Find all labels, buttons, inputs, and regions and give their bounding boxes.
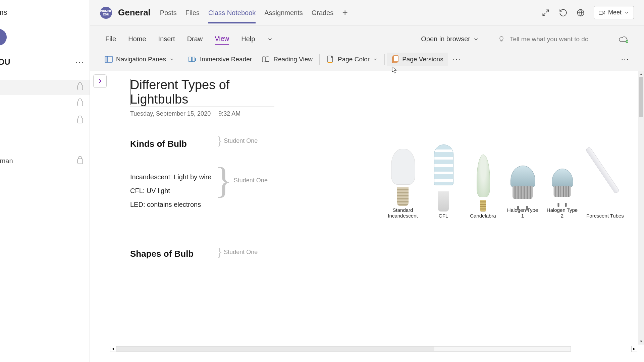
- menu-help[interactable]: Help: [241, 34, 255, 44]
- channel-item[interactable]: an: [0, 95, 90, 112]
- chevron-right-icon: [97, 78, 103, 84]
- immersive-reader-button[interactable]: Immersive Reader: [183, 53, 257, 66]
- channel-label: Woman: [0, 157, 13, 165]
- channel-header: INKMOE EDU General Posts Files Class Not…: [90, 0, 644, 25]
- vertical-scrollbar[interactable]: ▲ ▼: [638, 71, 644, 345]
- channel-list: an n Woman: [0, 80, 90, 170]
- reading-view-button[interactable]: Reading View: [257, 53, 317, 66]
- menu-draw[interactable]: Draw: [187, 34, 203, 44]
- bulb-label: Forescent Tubes: [586, 213, 624, 219]
- add-tab-button[interactable]: +: [342, 10, 347, 15]
- team-icon[interactable]: INKMOE EDU: [100, 7, 112, 19]
- bulb-image: [585, 144, 625, 212]
- page-versions-icon: [391, 55, 399, 63]
- brace-icon: }: [215, 168, 232, 193]
- brace-icon: }: [217, 137, 222, 145]
- tab-grades[interactable]: Grades: [312, 2, 334, 23]
- scroll-up-button[interactable]: ▲: [638, 71, 644, 77]
- tab-posts[interactable]: Posts: [160, 2, 177, 23]
- svg-rect-7: [393, 56, 398, 62]
- meet-label: Meet: [608, 9, 622, 16]
- page-time: 9:32 AM: [218, 110, 240, 117]
- bulb-item-candelabra: Candelabra: [466, 144, 500, 219]
- text-cursor: [130, 79, 130, 105]
- bulb-gallery: Standard Incandescent CFL Candelabra: [385, 139, 625, 219]
- tell-me-input[interactable]: [510, 36, 597, 43]
- main-area: INKMOE EDU General Posts Files Class Not…: [90, 0, 644, 362]
- show-navigation-button[interactable]: [93, 74, 107, 88]
- navigation-panes-icon: [105, 56, 113, 63]
- navigation-panes-label: Navigation Panes: [116, 56, 166, 63]
- scroll-right-button[interactable]: ►: [631, 346, 637, 352]
- page-body[interactable]: Different Types of Lightbulbs Tuesday, S…: [90, 71, 644, 362]
- channel-tabs: Posts Files Class Notebook Assignments G…: [160, 2, 348, 23]
- meet-button[interactable]: Meet: [594, 6, 634, 19]
- lock-icon: [77, 118, 83, 123]
- ribbon-overflow-icon[interactable]: ···: [616, 55, 634, 64]
- page-color-icon: [326, 55, 334, 63]
- chevron-down-icon: [169, 57, 174, 62]
- team-avatar[interactable]: [0, 29, 7, 46]
- author-name: Student One: [234, 177, 268, 184]
- team-more-icon[interactable]: ···: [75, 57, 84, 67]
- bulb-item-halogen1: Halogen Type 1: [506, 162, 539, 219]
- expand-icon[interactable]: [541, 8, 550, 17]
- scroll-down-button[interactable]: ▼: [638, 339, 644, 345]
- tab-class-notebook[interactable]: Class Notebook: [208, 2, 256, 23]
- svg-rect-1: [599, 11, 603, 14]
- reading-view-label: Reading View: [273, 56, 313, 63]
- page-meta: Tuesday, September 15, 2020 9:32 AM: [130, 110, 644, 117]
- bulb-image: [388, 139, 418, 206]
- app-name-fragment: ams: [0, 8, 90, 17]
- page-color-label: Page Color: [338, 56, 370, 63]
- separator: [181, 54, 181, 65]
- lightbulb-icon: [498, 36, 505, 43]
- immersive-reader-icon: [188, 55, 197, 63]
- scroll-left-button[interactable]: ◄: [110, 346, 116, 352]
- separator: [319, 54, 320, 65]
- bulb-item-cfl: CFL: [427, 144, 460, 219]
- section-heading-shapes[interactable]: Shapes of Bulb: [130, 249, 644, 259]
- menu-view[interactable]: View: [215, 34, 229, 45]
- open-in-browser-button[interactable]: Open in browser: [421, 35, 479, 43]
- author-name: Student One: [224, 137, 258, 144]
- bulb-item-standard: Standard Incandescent: [385, 139, 421, 219]
- page-color-button[interactable]: Page Color: [322, 53, 382, 66]
- onenote-ribbon: Navigation Panes Immersive Reader Readin…: [90, 50, 644, 71]
- scroll-thumb[interactable]: [639, 77, 643, 117]
- cloud-sync-icon[interactable]: [619, 36, 629, 43]
- chevron-down-icon: [473, 36, 479, 42]
- channel-item-general[interactable]: [0, 80, 90, 95]
- channel-item[interactable]: n: [0, 112, 90, 129]
- page-versions-label: Page Versions: [402, 56, 443, 63]
- horizontal-scrollbar[interactable]: ◄ ►: [110, 346, 637, 352]
- ribbon-more-icon[interactable]: ···: [448, 55, 466, 64]
- scroll-track[interactable]: [116, 346, 571, 352]
- page-versions-button[interactable]: Page Versions: [387, 53, 448, 66]
- navigation-panes-button[interactable]: Navigation Panes: [100, 53, 179, 66]
- page-title[interactable]: Different Types of Lightbulbs: [130, 78, 274, 107]
- chevron-down-icon: [624, 10, 629, 15]
- menu-file[interactable]: File: [105, 34, 116, 44]
- lock-icon: [77, 85, 83, 90]
- onenote-menubar: File Home Insert Draw View Help Open in …: [90, 25, 644, 50]
- refresh-icon[interactable]: [559, 8, 568, 17]
- bulb-label: Halogen Type 2: [545, 207, 579, 219]
- channel-item[interactable]: Woman: [0, 153, 90, 170]
- tab-assignments[interactable]: Assignments: [264, 2, 303, 23]
- menu-insert[interactable]: Insert: [158, 34, 175, 44]
- author-name: Student One: [224, 249, 258, 256]
- tab-files[interactable]: Files: [185, 2, 200, 23]
- team-title-fragment: e EDU: [0, 57, 10, 67]
- menu-home[interactable]: Home: [128, 34, 146, 44]
- globe-icon[interactable]: [576, 8, 585, 17]
- bulb-image: [507, 162, 538, 206]
- notebook-area: File Home Insert Draw View Help Open in …: [90, 25, 644, 362]
- menu-overflow-icon[interactable]: [267, 36, 273, 42]
- tell-me-search[interactable]: [498, 36, 597, 43]
- author-tag: } Student One: [217, 248, 258, 256]
- scroll-thumb[interactable]: [116, 347, 434, 351]
- page-title-text: Different Types of Lightbulbs: [130, 78, 229, 106]
- bulb-image: [468, 144, 498, 212]
- chevron-down-icon: [373, 57, 378, 62]
